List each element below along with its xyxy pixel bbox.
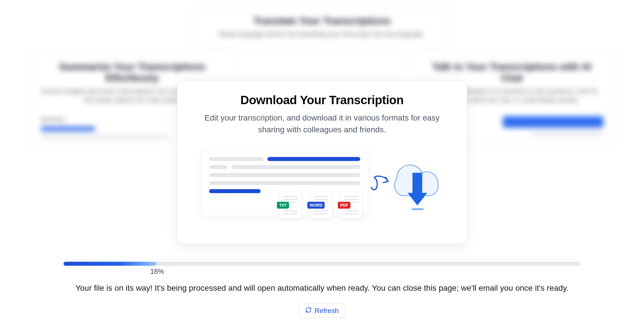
bg-card-translate: Translate Your Transcriptions Break lang…	[193, 6, 451, 48]
format-file-chips: TXT WORD PDF	[279, 192, 363, 219]
refresh-icon	[305, 307, 312, 315]
file-chip-txt: TXT	[279, 192, 302, 219]
modal-subtitle: Edit your transcription, and download it…	[194, 112, 450, 135]
cloud-download-icon	[371, 147, 446, 213]
refresh-button[interactable]: Refresh	[299, 304, 345, 318]
file-chip-word: WORD	[309, 192, 332, 219]
file-chip-pdf: PDF	[340, 192, 363, 219]
progress-percent-label: 18%	[150, 267, 581, 275]
badge-txt: TXT	[277, 202, 289, 209]
badge-word: WORD	[307, 202, 325, 209]
badge-pdf: PDF	[338, 202, 350, 209]
modal-title: Download Your Transcription	[194, 93, 450, 107]
download-illustration: TXT WORD PDF	[198, 150, 446, 224]
svg-rect-1	[412, 208, 424, 210]
processing-status-text: Your file is on its way! It's being proc…	[63, 284, 581, 293]
progress-fill	[63, 262, 157, 266]
bg-card-desc: Break language barriers by translating y…	[205, 30, 439, 39]
svg-rect-0	[412, 173, 422, 193]
upload-progress: 18%	[63, 262, 581, 275]
bg-card-title: Translate Your Transcriptions	[205, 15, 439, 26]
refresh-label: Refresh	[315, 307, 339, 315]
download-card: Download Your Transcription Edit your tr…	[177, 80, 467, 244]
progress-track	[63, 262, 581, 266]
